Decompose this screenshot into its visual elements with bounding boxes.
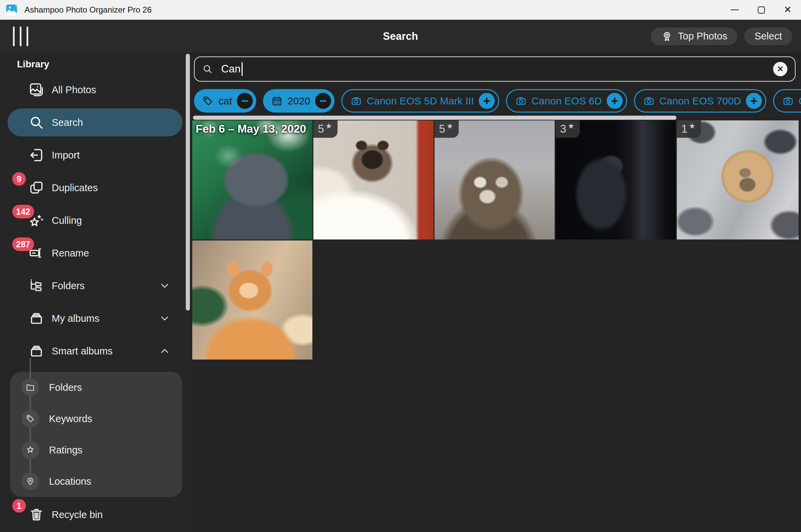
sidebar-item-rename[interactable]: 287 Rename: [7, 237, 182, 269]
remove-filter-button[interactable]: −: [237, 93, 253, 109]
count-badge: 142: [12, 205, 34, 218]
photo-grid-row: Feb 6 – May 13, 2020 5★ 5★ 3★ 1★: [192, 120, 801, 239]
add-filter-button[interactable]: +: [607, 93, 623, 109]
page-title: Search: [383, 30, 418, 43]
smart-album-item-keywords[interactable]: Keywords: [10, 403, 182, 434]
photo-thumbnail[interactable]: [192, 240, 312, 360]
smart-album-label: Folders: [49, 382, 82, 393]
add-filter-button[interactable]: +: [746, 93, 762, 109]
smart-album-label: Ratings: [49, 445, 82, 456]
filter-chip-2020[interactable]: 2020 −: [263, 89, 334, 113]
folder-tree-icon: [29, 278, 44, 294]
sidebar-item-duplicates[interactable]: 9 Duplicates: [7, 171, 182, 204]
star-icon: ★: [568, 122, 574, 130]
sidebar-scrollbar[interactable]: [186, 54, 190, 311]
sidebar-item-culling[interactable]: 142 Culling: [7, 204, 182, 237]
award-icon: [661, 30, 673, 43]
tag-icon: [21, 410, 39, 428]
sidebar-item-all-photos[interactable]: All Photos: [7, 73, 182, 106]
filter-chip-canon-eos-5d-mark-iii[interactable]: Canon EOS 5D Mark III +: [341, 89, 499, 113]
photo-thumbnail[interactable]: 3★: [556, 120, 676, 239]
sidebar-item-label: All Photos: [52, 84, 96, 96]
top-photos-button[interactable]: Top Photos: [651, 28, 737, 45]
sidebar-item-import[interactable]: Import: [7, 139, 182, 171]
chevron-down-icon[interactable]: [159, 280, 170, 291]
top-photos-label: Top Photos: [678, 31, 727, 42]
main-content: Can ✕ cat − 2020 −: [190, 53, 801, 532]
header-actions: Top Photos Select: [651, 28, 792, 45]
add-filter-button[interactable]: +: [479, 93, 495, 109]
sidebar-item-recycle-bin[interactable]: 1 Recycle bin: [7, 498, 182, 531]
search-icon: [202, 64, 213, 74]
chips-horizontal-scrollbar[interactable]: [193, 116, 676, 120]
count-badge: 9: [12, 172, 26, 186]
menu-bar-icon: [20, 27, 21, 46]
smart-album-item-locations[interactable]: Locations: [10, 466, 182, 497]
maximize-button[interactable]: [748, 0, 774, 20]
filter-chip-label: Canon EOS R: [799, 95, 801, 107]
maximize-icon: [758, 6, 765, 14]
text-caret: [242, 62, 243, 76]
tree-connector-line: [30, 358, 31, 372]
filter-chip-canon-eos-r[interactable]: Canon EOS R +: [773, 89, 801, 113]
select-button[interactable]: Select: [744, 28, 792, 45]
search-input[interactable]: Can ✕: [194, 56, 796, 82]
photo-thumbnail[interactable]: 5★: [435, 120, 555, 239]
sidebar-item-label: Smart albums: [52, 346, 113, 357]
filter-chip-canon-eos-700d[interactable]: Canon EOS 700D +: [634, 89, 766, 113]
search-icon: [29, 115, 44, 130]
search-input-value: Can: [221, 63, 241, 75]
rating-badge: 1★: [677, 120, 701, 138]
minimize-icon: [731, 10, 739, 11]
folder-icon: [21, 379, 39, 396]
photo-grid-row: [192, 240, 801, 360]
camera-icon: [782, 95, 794, 107]
filter-chip-cat[interactable]: cat −: [194, 89, 256, 113]
sidebar-item-label: Culling: [52, 215, 82, 226]
star-icon: ★: [689, 122, 696, 130]
minus-icon: −: [320, 94, 327, 108]
plus-icon: +: [611, 94, 618, 108]
photos-icon: [29, 82, 44, 98]
close-icon: ✕: [784, 5, 791, 15]
photo-thumbnail[interactable]: 5★: [313, 120, 434, 239]
photo-grid: Feb 6 – May 13, 2020 5★ 5★ 3★ 1★: [192, 120, 801, 360]
chevron-up-icon[interactable]: [159, 346, 170, 356]
photo-thumbnail[interactable]: 1★: [677, 120, 799, 239]
window-titlebar: Ashampoo Photo Organizer Pro 26 ✕: [0, 0, 801, 20]
filter-chip-label: Canon EOS 700D: [659, 95, 741, 107]
smart-albums-panel: Folders Keywords Ratings Locations: [10, 372, 182, 497]
menu-toggle-button[interactable]: [13, 27, 28, 46]
filter-chip-label: Canon EOS 5D Mark III: [367, 95, 474, 107]
sidebar-item-my-albums[interactable]: My albums: [7, 302, 182, 335]
camera-icon: [350, 95, 362, 107]
smart-album-item-folders[interactable]: Folders: [10, 372, 182, 403]
sidebar-item-label: Search: [52, 117, 83, 128]
trash-icon: [29, 507, 44, 522]
sidebar-item-label: Duplicates: [52, 182, 98, 194]
filter-chip-label: Canon EOS 6D: [532, 95, 602, 107]
date-range-label: Feb 6 – May 13, 2020: [196, 122, 306, 135]
minus-icon: −: [241, 94, 248, 108]
filter-chip-canon-eos-6d[interactable]: Canon EOS 6D +: [506, 89, 627, 113]
clear-search-button[interactable]: ✕: [773, 62, 787, 76]
window-title: Ashampoo Photo Organizer Pro 26: [24, 5, 152, 15]
sidebar-item-smart-albums[interactable]: Smart albums: [7, 335, 182, 367]
location-pin-icon: [21, 472, 39, 490]
sidebar-item-folders[interactable]: Folders: [7, 269, 182, 302]
star-icon: ★: [446, 122, 453, 130]
photo-thumbnail[interactable]: Feb 6 – May 13, 2020: [192, 120, 312, 239]
rating-badge: 5★: [435, 120, 459, 138]
rating-badge: 3★: [556, 120, 580, 138]
albums-icon: [29, 343, 44, 359]
menu-bar-icon: [27, 27, 28, 46]
sidebar-item-label: My albums: [52, 313, 99, 324]
sidebar-item-search[interactable]: Search: [7, 106, 182, 139]
rating-badge: 5★: [313, 120, 338, 138]
filter-chips-row: cat − 2020 − Canon EOS 5D Mark III +: [194, 89, 801, 113]
chevron-down-icon[interactable]: [159, 313, 170, 324]
close-button[interactable]: ✕: [774, 0, 801, 20]
minimize-button[interactable]: [721, 0, 748, 20]
smart-album-item-ratings[interactable]: Ratings: [10, 434, 182, 466]
remove-filter-button[interactable]: −: [315, 93, 331, 109]
